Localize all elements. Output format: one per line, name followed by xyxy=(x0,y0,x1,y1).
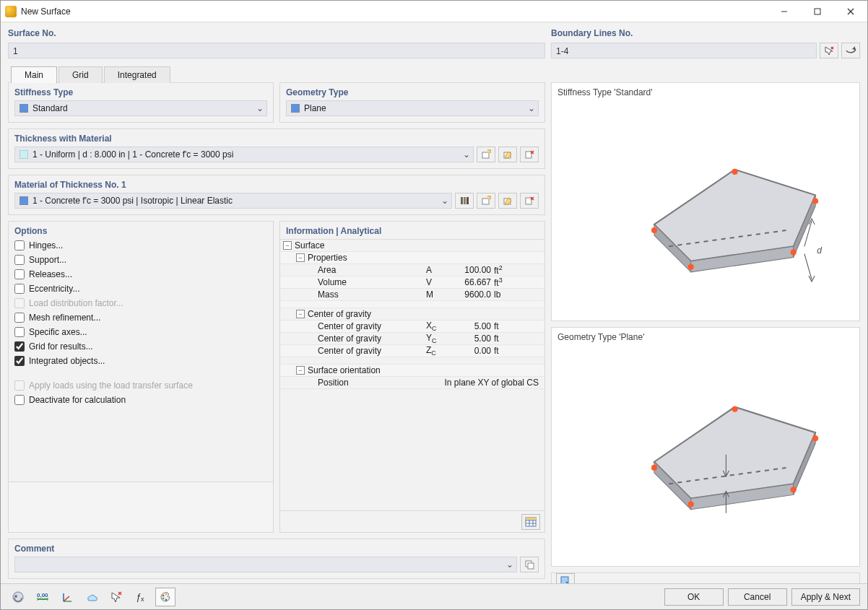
chevron-down-icon: ⌄ xyxy=(438,196,451,206)
tree-collapse-icon[interactable]: − xyxy=(296,253,305,262)
app-icon xyxy=(5,6,17,17)
svg-point-7 xyxy=(488,151,490,153)
tree-collapse-icon[interactable]: − xyxy=(283,241,292,250)
pick-lines-button[interactable] xyxy=(820,43,838,58)
thickness-value: 1 - Uniform | d : 8.000 in | 1 - Concret… xyxy=(32,149,460,160)
svg-rect-12 xyxy=(461,197,463,204)
thickness-swatch-icon xyxy=(19,150,28,159)
material-new-button[interactable] xyxy=(477,193,495,209)
svg-text:d: d xyxy=(817,245,823,256)
pick-delete-button[interactable] xyxy=(106,588,126,606)
stiffness-preview-svg: d xyxy=(552,99,859,321)
svg-point-37 xyxy=(812,198,818,204)
close-button[interactable] xyxy=(834,1,867,22)
material-label: Material of Thickness No. 1 xyxy=(9,175,544,193)
svg-rect-9 xyxy=(526,152,531,158)
thickness-new-button[interactable] xyxy=(477,147,495,162)
boundary-lines-label: Boundary Lines No. xyxy=(551,28,860,38)
svg-point-70 xyxy=(162,597,165,599)
tab-grid[interactable]: Grid xyxy=(58,66,103,83)
material-swatch-icon xyxy=(19,196,28,205)
stiffness-type-value: Standard xyxy=(32,103,253,113)
svg-line-64 xyxy=(64,596,69,601)
chevron-down-icon: ⌄ xyxy=(503,559,516,570)
svg-point-49 xyxy=(791,487,797,493)
options-footer xyxy=(9,482,273,532)
svg-point-16 xyxy=(488,197,490,199)
info-table-button[interactable] xyxy=(521,514,540,530)
thickness-panel: Thickness with Material 1 - Uniform | d … xyxy=(8,128,545,169)
options-label: Options xyxy=(9,222,273,239)
comment-combo[interactable]: ⌄ xyxy=(14,557,517,572)
option-axes[interactable]: Specific axes... xyxy=(14,327,267,337)
material-delete-button[interactable] xyxy=(520,193,539,209)
reverse-button[interactable] xyxy=(841,43,860,58)
svg-point-56 xyxy=(13,592,23,602)
option-eccentricity[interactable]: Eccentricity... xyxy=(14,284,267,294)
cancel-button[interactable]: Cancel xyxy=(728,588,787,606)
option-mesh[interactable]: Mesh refinement... xyxy=(14,313,267,323)
option-deactivate[interactable]: Deactivate for calculation xyxy=(14,395,267,405)
svg-point-36 xyxy=(791,249,797,255)
svg-rect-6 xyxy=(482,152,489,158)
chevron-down-icon: ⌄ xyxy=(460,149,473,160)
material-combo[interactable]: 1 - Concrete f'c = 3000 psi | Isotropic … xyxy=(14,193,452,209)
option-grid-results[interactable]: Grid for results... xyxy=(14,341,267,352)
boundary-lines-input[interactable]: 1-4 xyxy=(551,43,817,58)
svg-point-71 xyxy=(165,598,168,601)
tree-collapse-icon[interactable]: − xyxy=(296,310,305,318)
option-hinges[interactable]: Hinges... xyxy=(14,240,267,250)
option-apply-loads: Apply loads using the load transfer surf… xyxy=(14,380,267,391)
units-button[interactable]: 0,00 xyxy=(32,588,53,606)
material-edit-button[interactable] xyxy=(498,193,517,209)
ok-button[interactable]: OK xyxy=(664,588,724,606)
minimize-button[interactable] xyxy=(768,1,801,22)
thickness-delete-button[interactable] xyxy=(520,147,539,162)
help-button[interactable] xyxy=(8,588,28,606)
stiffness-type-label: Stiffness Type xyxy=(9,83,273,100)
svg-rect-13 xyxy=(464,197,466,204)
tab-integrated[interactable]: Integrated xyxy=(104,66,170,83)
option-releases[interactable]: Releases... xyxy=(14,269,267,279)
geometry-swatch-icon xyxy=(291,104,300,113)
thickness-edit-button[interactable] xyxy=(498,147,517,162)
thickness-label: Thickness with Material xyxy=(9,129,544,147)
svg-line-39 xyxy=(804,253,812,279)
surface-no-label: Surface No. xyxy=(8,28,545,38)
geometry-type-panel: Geometry Type Plane ⌄ xyxy=(279,82,545,123)
comment-copy-button[interactable] xyxy=(520,557,539,572)
option-support[interactable]: Support... xyxy=(14,255,267,265)
material-panel: Material of Thickness No. 1 1 - Concrete… xyxy=(8,175,545,215)
axes-button[interactable] xyxy=(57,588,77,606)
svg-text:x: x xyxy=(141,596,144,603)
svg-rect-26 xyxy=(526,518,536,520)
option-integrated[interactable]: Integrated objects... xyxy=(14,356,267,366)
tab-main[interactable]: Main xyxy=(11,66,57,83)
palette-button[interactable] xyxy=(155,588,175,606)
bottom-toolbar: 0,00 ƒx OK Cancel Apply & Next xyxy=(1,583,867,609)
tree-collapse-icon[interactable]: − xyxy=(296,366,305,375)
preview-stiffness: Stiffness Type 'Standard' d xyxy=(551,82,860,321)
surface-no-input[interactable]: 1 xyxy=(8,43,545,58)
geometry-type-combo[interactable]: Plane ⌄ xyxy=(286,100,539,116)
cloud-button[interactable] xyxy=(82,588,102,606)
geometry-type-value: Plane xyxy=(304,103,525,113)
preview-geometry: Geometry Type 'Plane' xyxy=(551,327,860,566)
chevron-down-icon: ⌄ xyxy=(253,103,266,113)
info-tree[interactable]: −Surface −Properties AreaA100.00ft2 Volu… xyxy=(280,239,544,510)
maximize-button[interactable] xyxy=(801,1,834,22)
titlebar: New Surface xyxy=(1,1,867,22)
apply-next-button[interactable]: Apply & Next xyxy=(791,588,860,606)
svg-rect-18 xyxy=(526,198,531,204)
material-library-button[interactable] xyxy=(455,193,474,209)
thickness-combo[interactable]: 1 - Uniform | d : 8.000 in | 1 - Concret… xyxy=(14,147,474,162)
svg-point-48 xyxy=(688,502,694,507)
stiffness-type-panel: Stiffness Type Standard ⌄ xyxy=(8,82,274,123)
script-button[interactable]: ƒx xyxy=(131,588,151,606)
svg-point-57 xyxy=(14,595,17,598)
window-title: New Surface xyxy=(21,6,71,17)
svg-rect-14 xyxy=(466,197,469,204)
stiffness-type-combo[interactable]: Standard ⌄ xyxy=(14,100,267,116)
geometry-preview-svg xyxy=(552,344,859,565)
svg-rect-15 xyxy=(482,199,489,204)
